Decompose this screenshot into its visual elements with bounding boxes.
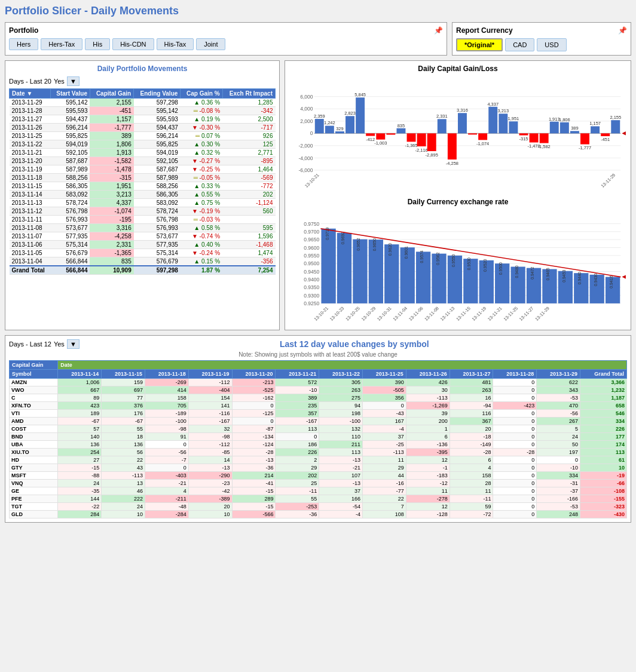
symbol-value: -404 — [188, 386, 232, 394]
cell-date: 2013-11-04 — [10, 257, 51, 266]
svg-text:-6,000: -6,000 — [298, 167, 313, 173]
svg-text:0.9750: 0.9750 — [304, 221, 319, 227]
symbol-value: 57 — [58, 425, 102, 433]
symbol-value: 37 — [319, 487, 363, 495]
total-exch: 7,254 — [222, 266, 275, 275]
portfolio-btn-his[interactable]: His — [85, 38, 110, 50]
symbol-value: 141 — [188, 402, 232, 410]
svg-text:0.9350: 0.9350 — [304, 284, 319, 290]
cell-pct: ▲ 0.30 % — [181, 140, 222, 149]
col-date-13: Grand Total — [580, 370, 627, 379]
svg-rect-21 — [345, 116, 354, 133]
svg-text:13-11-13: 13-11-13 — [439, 305, 456, 322]
svg-text:0.9480: 0.9480 — [515, 265, 519, 278]
svg-rect-59 — [550, 122, 559, 134]
cell-gain: -315 — [90, 174, 133, 182]
svg-text:-1,777: -1,777 — [579, 145, 591, 151]
symbol-value: -13 — [188, 464, 232, 472]
svg-text:-451: -451 — [601, 137, 610, 142]
svg-text:0.9600: 0.9600 — [304, 245, 319, 251]
cell-gain: -451 — [90, 107, 133, 115]
currency-btn-usd[interactable]: USD — [537, 38, 566, 51]
cell-gain: -4,258 — [90, 232, 133, 241]
symbol-value: 0 — [493, 503, 537, 511]
table-row: 2013-11-04 566,844 835 576,679 ▲ 0.15 % … — [10, 257, 276, 266]
symbol-value: -525 — [232, 386, 276, 394]
cell-end: 587,989 — [134, 174, 181, 182]
symbol-days-filter: Days - Last 12 Yes ▼ Last 12 day value c… — [9, 339, 627, 349]
symbol-value: -98 — [145, 425, 188, 433]
symbol-name: VNQ — [10, 480, 58, 487]
currency-btn-cad[interactable]: CAD — [505, 38, 534, 51]
col-end: Ending Value — [134, 89, 181, 99]
symbol-value: -505 — [363, 386, 406, 394]
svg-text:0.9300: 0.9300 — [304, 293, 319, 299]
svg-text:-412: -412 — [366, 137, 375, 142]
cell-date: 2013-11-08 — [10, 224, 51, 232]
symbol-value: -108 — [580, 487, 627, 495]
capital-gain-title: Daily Capital Gain/Loss — [289, 65, 627, 73]
portfolio-btn-hers-tax[interactable]: Hers-Tax — [41, 38, 82, 50]
currency-pin-icon[interactable]: 📌 — [618, 26, 627, 35]
cell-start: 577,935 — [50, 232, 90, 241]
portfolio-btn-joint[interactable]: Joint — [196, 38, 225, 50]
col-date-9: 2013-11-26 — [406, 370, 450, 379]
currency-btn-original[interactable]: *Original* — [456, 38, 503, 51]
filter-dropdown[interactable]: ▼ — [67, 76, 80, 86]
symbol-value: 174 — [580, 441, 627, 449]
symbol-value: -28 — [450, 449, 493, 456]
portfolio-btn-his-cdn[interactable]: His-CDN — [112, 38, 154, 50]
symbol-value: 0 — [493, 418, 537, 425]
cell-pct: ═ -0.03 % — [181, 216, 222, 224]
symbol-value: -395 — [406, 449, 450, 456]
symbol-value: -269 — [145, 379, 188, 386]
symbol-value: -189 — [145, 410, 188, 418]
symbol-value: 546 — [580, 410, 627, 418]
cell-pct: ▲ 0.75 % — [181, 199, 222, 207]
symbol-name: TGT — [10, 503, 58, 511]
table-row: 2013-11-18 588,256 -315 587,989 ═ -0.05 … — [10, 174, 276, 182]
symbol-value: -10 — [276, 386, 319, 394]
svg-text:-4,000: -4,000 — [298, 155, 313, 161]
symbol-value: -67 — [58, 418, 102, 425]
symbol-value: -1 — [406, 464, 450, 472]
svg-text:13-11-29: 13-11-29 — [534, 305, 551, 322]
portfolio-btn-hers[interactable]: Hers — [9, 38, 38, 50]
symbol-value: -155 — [580, 495, 627, 503]
svg-text:13-10-25: 13-10-25 — [344, 305, 361, 322]
svg-marker-73 — [622, 131, 625, 135]
portfolio-pin-icon[interactable]: 📌 — [434, 26, 443, 35]
svg-rect-25 — [366, 133, 375, 136]
symbol-value: 44 — [363, 472, 406, 480]
cell-date: 2013-11-12 — [10, 207, 51, 216]
svg-text:13-11-08: 13-11-08 — [423, 305, 440, 322]
cell-gain: 1,951 — [90, 182, 133, 191]
symbol-filter-dropdown[interactable]: ▼ — [67, 339, 80, 349]
cell-exch: -1,468 — [222, 241, 275, 249]
svg-text:2,823: 2,823 — [344, 111, 356, 116]
symbol-value: 27 — [58, 456, 102, 464]
cell-exch: 202 — [222, 191, 275, 199]
cell-pct: ▲ 0.40 % — [181, 241, 222, 249]
portfolio-btn-his-tax[interactable]: His-Tax — [157, 38, 194, 50]
symbol-value: 20 — [450, 425, 493, 433]
symbol-row: GTY-15430-13-3629-2129-140-1010 — [10, 464, 627, 472]
symbol-value: -11 — [450, 495, 493, 503]
symbol-value: -290 — [188, 472, 232, 480]
cell-exch: 2,500 — [222, 115, 275, 124]
symbol-value: -100 — [145, 418, 188, 425]
symbol-value: 24 — [58, 480, 102, 487]
svg-rect-34 — [417, 133, 426, 146]
cell-end: 578,724 — [134, 207, 181, 216]
symbol-value: -7 — [145, 456, 188, 464]
cell-gain: 389 — [90, 132, 133, 140]
symbol-value: 116 — [450, 410, 493, 418]
cell-gain: 3,316 — [90, 224, 133, 232]
cell-date: 2013-11-11 — [10, 216, 51, 224]
symbol-value: -167 — [276, 418, 319, 425]
cell-pct: ▲ 0.32 % — [181, 149, 222, 157]
col-date-1: 2013-11-14 — [58, 370, 102, 379]
cell-start: 566,844 — [50, 257, 90, 266]
daily-movements-panel: Daily Portfolio Movements Days - Last 20… — [5, 60, 280, 330]
symbol-value: 305 — [319, 379, 363, 386]
